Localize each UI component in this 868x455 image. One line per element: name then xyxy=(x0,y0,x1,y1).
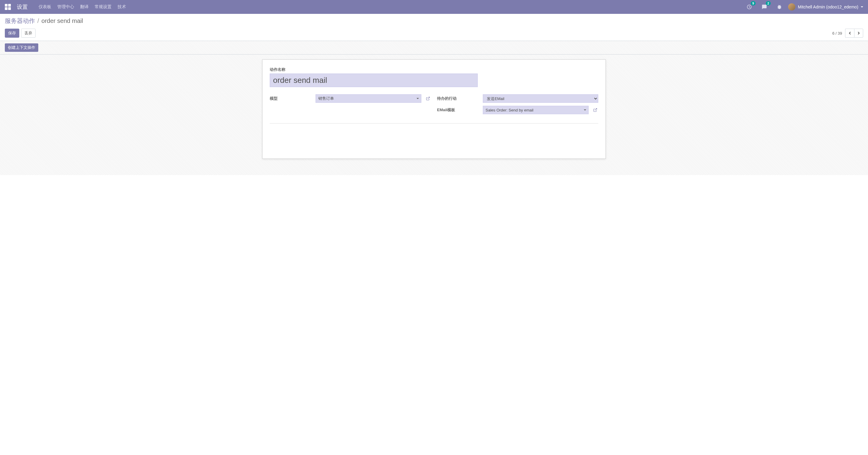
messages-badge: 2 xyxy=(766,1,771,5)
user-menu[interactable]: Mitchell Admin (odoo12_edemo) xyxy=(788,3,863,10)
discard-button[interactable]: 丢弃 xyxy=(21,29,36,38)
caret-down-icon xyxy=(861,6,863,7)
navbar-right: 9 2 Mitchell Admin (odoo12_edemo) xyxy=(747,3,863,10)
form-sheet: 动作名称 模型 待办的行动 xyxy=(262,59,606,159)
todo-select[interactable]: 发送EMail xyxy=(483,94,598,103)
email-template-input-wrapper xyxy=(483,106,589,114)
save-button[interactable]: 保存 xyxy=(5,29,19,38)
navbar-left: 设置 仪表板 管理中心 翻译 常规设置 技术 xyxy=(5,3,126,10)
create-context-action-button[interactable]: 创建上下文操作 xyxy=(5,43,38,52)
email-template-row: EMail模板 xyxy=(437,106,598,114)
form-separator xyxy=(270,123,598,124)
model-row: 模型 xyxy=(270,94,431,103)
breadcrumb: 服务器动作 / order send mail xyxy=(5,17,863,25)
pager-prev-button[interactable] xyxy=(845,29,854,38)
top-navbar: 设置 仪表板 管理中心 翻译 常规设置 技术 9 2 Mitchell Admi… xyxy=(0,0,868,14)
form-col-left: 模型 xyxy=(270,94,431,114)
form-container: 动作名称 模型 待办的行动 xyxy=(0,55,868,175)
action-buttons: 保存 丢弃 xyxy=(5,29,36,38)
model-input-wrapper xyxy=(315,94,421,103)
todo-row: 待办的行动 发送EMail xyxy=(437,94,598,103)
external-link-icon xyxy=(593,108,597,112)
chevron-right-icon xyxy=(857,32,860,35)
nav-menu: 仪表板 管理中心 翻译 常规设置 技术 xyxy=(38,4,126,10)
debug-icon[interactable] xyxy=(777,4,782,10)
pager-sep: / xyxy=(835,31,838,36)
app-title[interactable]: 设置 xyxy=(17,3,28,10)
email-template-input[interactable] xyxy=(483,106,589,114)
pager-text[interactable]: 6 / 39 xyxy=(832,31,842,36)
model-label: 模型 xyxy=(270,96,312,101)
nav-menu-technical[interactable]: 技术 xyxy=(118,4,126,10)
user-name: Mitchell Admin (odoo12_edemo) xyxy=(798,4,858,9)
apps-icon[interactable] xyxy=(5,4,11,10)
notifications-badge: 9 xyxy=(751,1,755,5)
pager-buttons xyxy=(845,29,863,38)
control-panel: 服务器动作 / order send mail 保存 丢弃 6 / 39 xyxy=(0,14,868,41)
email-template-external-link[interactable] xyxy=(592,108,598,112)
breadcrumb-current: order send mail xyxy=(41,18,83,24)
email-template-label: EMail模板 xyxy=(437,107,479,113)
nav-menu-translate[interactable]: 翻译 xyxy=(80,4,89,10)
action-name-label: 动作名称 xyxy=(270,67,598,72)
messages-icon[interactable]: 2 xyxy=(762,4,771,10)
todo-label: 待办的行动 xyxy=(437,96,479,101)
breadcrumb-separator: / xyxy=(37,18,39,24)
external-link-icon xyxy=(426,96,430,101)
form-col-right: 待办的行动 发送EMail EMail模板 xyxy=(437,94,598,114)
nav-menu-admin[interactable]: 管理中心 xyxy=(57,4,74,10)
chevron-left-icon xyxy=(848,32,851,35)
notifications-icon[interactable]: 9 xyxy=(747,4,755,10)
pager: 6 / 39 xyxy=(832,29,863,38)
model-external-link[interactable] xyxy=(425,96,431,101)
pager-current: 6 xyxy=(832,31,834,36)
nav-menu-dashboard[interactable]: 仪表板 xyxy=(38,4,51,10)
pager-next-button[interactable] xyxy=(854,29,863,38)
control-panel-bottom: 保存 丢弃 6 / 39 xyxy=(5,29,863,41)
status-bar: 创建上下文操作 xyxy=(0,41,868,55)
model-input[interactable] xyxy=(315,94,421,103)
form-group: 模型 待办的行动 发送EMail xyxy=(270,94,598,114)
user-avatar xyxy=(788,3,795,10)
action-name-input[interactable] xyxy=(270,73,478,87)
breadcrumb-parent[interactable]: 服务器动作 xyxy=(5,17,35,25)
pager-total: 39 xyxy=(838,31,842,36)
nav-menu-general[interactable]: 常规设置 xyxy=(95,4,112,10)
